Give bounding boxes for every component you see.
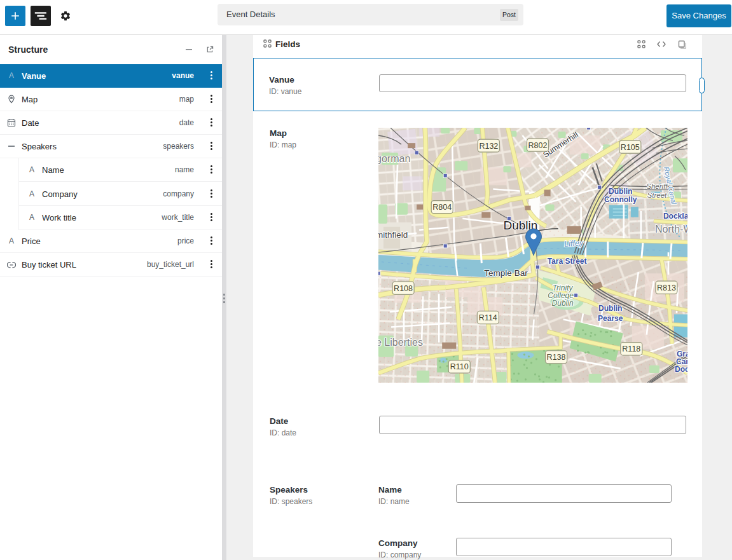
- svg-text:North-W: North-W: [655, 223, 687, 235]
- svg-text:Tara Street: Tara Street: [548, 257, 587, 266]
- svg-text:mithfield: mithfield: [378, 230, 408, 240]
- svg-text:Liffey: Liffey: [564, 238, 584, 249]
- svg-text:Docklands: Docklands: [663, 212, 687, 221]
- svg-text:R110: R110: [450, 362, 469, 371]
- svg-text:R108: R108: [394, 284, 413, 293]
- svg-text:Street: Street: [647, 191, 668, 199]
- svg-text:R802: R802: [528, 141, 548, 150]
- svg-text:R105: R105: [621, 143, 640, 152]
- svg-text:R138: R138: [547, 353, 566, 362]
- svg-text:Sheriff: Sheriff: [646, 182, 668, 190]
- svg-text:Dublin: Dublin: [598, 304, 622, 313]
- svg-text:R114: R114: [479, 313, 497, 322]
- svg-text:e Liberties: e Liberties: [378, 336, 423, 348]
- svg-text:R813: R813: [657, 283, 676, 292]
- svg-text:Dublin: Dublin: [552, 299, 574, 308]
- svg-text:gorman: gorman: [378, 153, 410, 164]
- svg-text:Dublin: Dublin: [609, 187, 632, 196]
- svg-text:Temple Bar: Temple Bar: [484, 268, 528, 278]
- svg-text:R132: R132: [479, 142, 498, 151]
- svg-text:Connolly: Connolly: [604, 195, 637, 204]
- svg-text:R118: R118: [622, 345, 640, 353]
- svg-text:Pearse: Pearse: [598, 313, 623, 322]
- svg-text:R804: R804: [432, 203, 452, 212]
- svg-text:Dock: Dock: [675, 365, 687, 374]
